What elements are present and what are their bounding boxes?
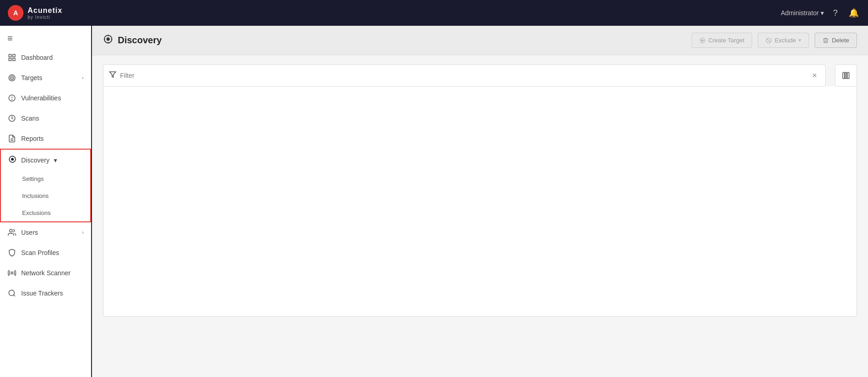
svg-point-16 bbox=[11, 158, 14, 161]
discovery-chevron-icon: ▾ bbox=[54, 157, 57, 164]
delete-button[interactable]: Delete bbox=[815, 33, 857, 48]
svg-point-8 bbox=[11, 77, 12, 78]
help-button[interactable]: ? bbox=[831, 6, 839, 20]
users-chevron-icon: › bbox=[82, 229, 84, 236]
sidebar-item-scan-profiles[interactable]: Scan Profiles bbox=[0, 243, 91, 263]
svg-text:A: A bbox=[13, 9, 18, 17]
reports-icon bbox=[7, 134, 17, 143]
svg-rect-4 bbox=[9, 58, 11, 61]
svg-point-11 bbox=[12, 99, 12, 100]
main-layout: ≡ Dashboard Targets › Vulnerabilities S bbox=[0, 26, 868, 377]
filter-input[interactable] bbox=[120, 72, 809, 79]
svg-rect-37 bbox=[845, 72, 847, 79]
columns-icon bbox=[842, 71, 850, 80]
sidebar-item-inclusions[interactable]: Inclusions bbox=[1, 187, 90, 204]
sidebar-item-discovery[interactable]: Discovery ▾ bbox=[1, 150, 90, 170]
issue-trackers-icon bbox=[7, 289, 17, 298]
sidebar: ≡ Dashboard Targets › Vulnerabilities S bbox=[0, 26, 92, 377]
svg-rect-3 bbox=[13, 54, 15, 57]
svg-rect-38 bbox=[847, 72, 849, 79]
inclusions-label: Inclusions bbox=[22, 192, 49, 199]
page-title-icon bbox=[103, 34, 113, 46]
scans-icon bbox=[7, 114, 17, 123]
sidebar-item-issue-trackers[interactable]: Issue Trackers bbox=[0, 283, 91, 303]
sidebar-item-network-scanner-label: Network Scanner bbox=[21, 269, 84, 277]
filter-row: × bbox=[103, 64, 857, 87]
page-header: Discovery Create Target Exclude ▾ Delete bbox=[92, 26, 868, 55]
sidebar-item-reports-label: Reports bbox=[21, 135, 84, 142]
sidebar-item-scans[interactable]: Scans bbox=[0, 108, 91, 128]
targets-chevron-icon: › bbox=[82, 75, 84, 81]
nav-left: A Acunetix by Invicti bbox=[7, 5, 63, 21]
nav-right: Administrator ▾ ? 🔔 bbox=[781, 6, 861, 20]
sidebar-item-vulnerabilities-label: Vulnerabilities bbox=[21, 94, 84, 102]
filter-section: × bbox=[92, 55, 868, 87]
svg-point-22 bbox=[11, 272, 13, 274]
sidebar-item-users-label: Users bbox=[21, 229, 77, 236]
svg-point-32 bbox=[701, 40, 703, 41]
svg-point-26 bbox=[107, 38, 109, 41]
discovery-group: Discovery ▾ Settings Inclusions Exclusio… bbox=[0, 149, 91, 222]
sidebar-item-targets[interactable]: Targets › bbox=[0, 68, 91, 88]
filter-bar: × bbox=[103, 64, 826, 87]
sidebar-toggle-button[interactable]: ≡ bbox=[0, 26, 91, 47]
svg-rect-5 bbox=[13, 58, 15, 61]
delete-icon bbox=[822, 37, 829, 44]
user-menu[interactable]: Administrator ▾ bbox=[781, 9, 824, 17]
svg-rect-2 bbox=[9, 54, 11, 57]
svg-rect-36 bbox=[843, 72, 845, 79]
discovery-icon bbox=[8, 155, 17, 165]
content-body bbox=[92, 87, 868, 377]
filter-clear-button[interactable]: × bbox=[809, 70, 820, 81]
filter-icon bbox=[109, 71, 116, 80]
sidebar-item-users[interactable]: Users › bbox=[0, 222, 91, 243]
acunetix-logo-icon: A bbox=[7, 5, 24, 21]
logo: A Acunetix by Invicti bbox=[7, 5, 63, 21]
scan-profiles-icon bbox=[7, 248, 17, 257]
notifications-button[interactable]: 🔔 bbox=[847, 6, 861, 20]
users-icon bbox=[7, 228, 17, 237]
page-title: Discovery bbox=[118, 35, 162, 46]
sidebar-item-scans-label: Scans bbox=[21, 115, 84, 122]
sidebar-item-exclusions[interactable]: Exclusions bbox=[1, 204, 90, 221]
sidebar-item-settings[interactable]: Settings bbox=[1, 170, 90, 187]
settings-label: Settings bbox=[22, 175, 44, 182]
vulnerabilities-icon bbox=[7, 93, 17, 103]
svg-point-21 bbox=[10, 229, 12, 232]
logo-text: Acunetix by Invicti bbox=[28, 6, 63, 20]
sidebar-item-vulnerabilities[interactable]: Vulnerabilities bbox=[0, 88, 91, 108]
exclude-button[interactable]: Exclude ▾ bbox=[758, 33, 809, 48]
create-target-icon bbox=[699, 37, 706, 44]
sidebar-item-reports[interactable]: Reports bbox=[0, 128, 91, 149]
sidebar-item-scan-profiles-label: Scan Profiles bbox=[21, 249, 84, 256]
create-target-button[interactable]: Create Target bbox=[691, 33, 753, 48]
svg-point-23 bbox=[9, 290, 14, 296]
exclude-chevron-icon: ▾ bbox=[799, 37, 801, 43]
sidebar-item-targets-label: Targets bbox=[21, 74, 77, 81]
page-actions: Create Target Exclude ▾ Delete bbox=[691, 33, 857, 48]
svg-line-24 bbox=[13, 295, 15, 296]
exclusions-label: Exclusions bbox=[22, 209, 51, 216]
sidebar-item-dashboard-label: Dashboard bbox=[21, 54, 84, 61]
sidebar-item-dashboard[interactable]: Dashboard bbox=[0, 47, 91, 68]
svg-marker-35 bbox=[109, 72, 115, 77]
targets-icon bbox=[7, 73, 17, 82]
discovery-label: Discovery bbox=[21, 157, 49, 164]
sidebar-item-issue-trackers-label: Issue Trackers bbox=[21, 290, 84, 297]
page-title-area: Discovery bbox=[103, 34, 162, 46]
content-area: Discovery Create Target Exclude ▾ Delete bbox=[92, 26, 868, 377]
table-area bbox=[103, 87, 857, 317]
top-navigation: A Acunetix by Invicti Administrator ▾ ? … bbox=[0, 0, 868, 26]
column-toggle-button[interactable] bbox=[835, 64, 857, 87]
network-scanner-icon bbox=[7, 268, 17, 278]
sidebar-item-network-scanner[interactable]: Network Scanner bbox=[0, 263, 91, 283]
exclude-icon bbox=[765, 37, 772, 44]
dashboard-icon bbox=[7, 53, 17, 62]
svg-line-34 bbox=[767, 38, 770, 42]
